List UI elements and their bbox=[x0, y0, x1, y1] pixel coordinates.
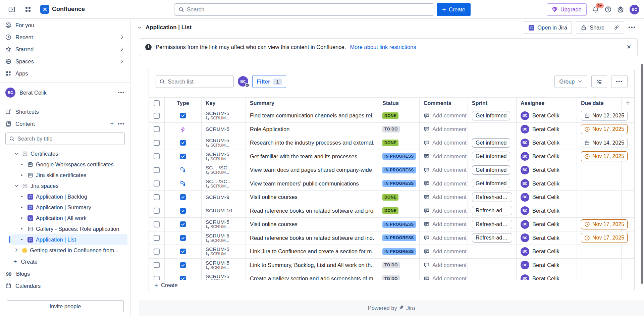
add-comment-button[interactable]: Add comment bbox=[424, 221, 467, 227]
tree-item-application-list[interactable]: •Application | List bbox=[11, 234, 127, 245]
assignee-cell[interactable]: BCBerat Celik bbox=[521, 111, 559, 120]
add-comment-button[interactable]: Add comment bbox=[424, 262, 467, 268]
assignee-cell[interactable]: BCBerat Celik bbox=[521, 152, 559, 161]
issue-summary[interactable]: Read reference books on related software… bbox=[250, 235, 374, 241]
tree-item-application-summary[interactable]: •Application | Summary bbox=[11, 202, 127, 213]
row-checkbox[interactable] bbox=[154, 249, 160, 255]
help-icon[interactable] bbox=[605, 6, 611, 13]
table-row[interactable]: SCRUM-5SCRUM...Find team communication c… bbox=[149, 109, 634, 123]
sidebar-item-shortcuts[interactable]: Shortcuts bbox=[0, 106, 130, 118]
issue-key[interactable]: SCRUM-5 bbox=[206, 247, 229, 252]
assignee-cell[interactable]: BCBerat Celik bbox=[521, 261, 559, 269]
chevron-down-icon[interactable] bbox=[13, 183, 19, 189]
row-checkbox[interactable] bbox=[154, 221, 160, 227]
row-checkbox[interactable] bbox=[154, 276, 160, 280]
column-header-status[interactable]: Status bbox=[378, 98, 420, 109]
issue-summary[interactable]: Link to Summary, Backlog, List and All w… bbox=[250, 262, 374, 268]
sprint-chip[interactable]: Refresh-add ... bbox=[472, 193, 512, 202]
sidebar-item-spaces[interactable]: Spaces bbox=[0, 55, 130, 67]
column-header-summary[interactable]: Summary bbox=[246, 98, 378, 109]
assignee-cell[interactable]: BCBerat Celik bbox=[521, 274, 559, 280]
global-search-input[interactable]: Search bbox=[174, 3, 434, 16]
collapse-sidebar-icon[interactable] bbox=[6, 4, 17, 15]
profile-more-icon[interactable]: ••• bbox=[118, 90, 125, 95]
add-comment-button[interactable]: Add comment bbox=[424, 153, 467, 160]
issue-summary[interactable]: Read reference books on related software… bbox=[250, 208, 374, 214]
issue-key[interactable]: SC... /SC... bbox=[206, 165, 232, 170]
status-lozenge[interactable]: IN PROGRESS bbox=[382, 234, 416, 241]
status-lozenge[interactable]: DONE bbox=[382, 194, 398, 201]
chevron-right-icon[interactable] bbox=[13, 248, 19, 253]
sprint-chip[interactable]: Get informed bbox=[472, 138, 510, 148]
assignee-cell[interactable]: BCBerat Celik bbox=[521, 125, 559, 134]
tree-item-google-workspaces-certificates[interactable]: •Google Workspaces certificates bbox=[11, 159, 127, 170]
issue-key[interactable]: SCRUM-5 bbox=[206, 138, 229, 143]
sprint-chip[interactable]: Get informed bbox=[472, 111, 510, 120]
table-row[interactable]: SCRUM-5SCRUM...Visit online coursesIN PR… bbox=[149, 218, 634, 231]
issue-key[interactable]: SC... /SC... bbox=[206, 179, 232, 184]
page-collapse-chevron-icon[interactable] bbox=[137, 25, 142, 30]
status-lozenge[interactable]: DONE bbox=[382, 112, 398, 119]
issue-key[interactable]: SCRUM-10 bbox=[206, 208, 232, 213]
tree-item-jira-skills-certificates[interactable]: •Jira skills certificates bbox=[11, 170, 127, 180]
due-date-pill[interactable]: Nov 17, 2025 bbox=[581, 233, 628, 243]
banner-close-icon[interactable]: ✕ bbox=[627, 44, 631, 51]
issue-key[interactable]: SCRUM-5 bbox=[206, 274, 229, 279]
add-comment-button[interactable]: Add comment bbox=[424, 248, 467, 255]
table-row[interactable]: SCRUM-5SCRUM...Read reference books on r… bbox=[149, 231, 634, 245]
add-comment-button[interactable]: Add comment bbox=[424, 112, 467, 119]
upgrade-button[interactable]: Upgrade bbox=[547, 3, 587, 16]
tree-item-application-backlog[interactable]: •Application | Backlog bbox=[11, 191, 127, 202]
open-in-jira-button[interactable]: Open in Jira bbox=[524, 21, 572, 34]
sidebar-item-blogs[interactable]: 99Blogs bbox=[0, 268, 130, 280]
row-checkbox[interactable] bbox=[154, 180, 160, 187]
row-checkbox[interactable] bbox=[154, 208, 160, 214]
issue-summary[interactable]: Get familiar with the team and its proce… bbox=[250, 153, 357, 160]
display-settings-button[interactable] bbox=[591, 75, 607, 88]
add-content-icon[interactable]: + bbox=[110, 120, 114, 127]
search-by-title-input[interactable]: Search by title bbox=[5, 133, 125, 145]
add-comment-button[interactable]: Add comment bbox=[424, 180, 467, 187]
status-lozenge[interactable]: TO DO bbox=[382, 275, 400, 280]
issue-key[interactable]: SCRUM-5 bbox=[206, 126, 229, 132]
issue-summary[interactable]: Visit online courses bbox=[250, 194, 298, 200]
column-header-sprint[interactable]: Sprint bbox=[468, 98, 517, 109]
issue-summary[interactable]: Role Application bbox=[250, 126, 289, 133]
settings-gear-icon[interactable] bbox=[617, 6, 624, 13]
column-header-due-date[interactable]: Due date bbox=[577, 98, 622, 109]
due-date-pill[interactable]: Nov 12, 2025 bbox=[581, 111, 628, 121]
tree-item-getting-started-in-confluence-from[interactable]: Getting started in Confluence from... bbox=[11, 245, 127, 256]
table-row[interactable]: SCRUM-9Visit online coursesDONEAdd comme… bbox=[149, 191, 634, 204]
page-more-icon[interactable]: ••• bbox=[628, 24, 636, 31]
table-row[interactable]: SCRUM-5SCRUM...Link to Summary, Backlog,… bbox=[149, 259, 634, 272]
page-scrollbar[interactable] bbox=[641, 64, 643, 284]
sidebar-item-starred[interactable]: Starred bbox=[0, 43, 130, 55]
tree-item-application-all-work[interactable]: •Application | All work bbox=[11, 213, 127, 223]
add-comment-button[interactable]: Add comment bbox=[424, 167, 467, 173]
add-column-button[interactable]: + bbox=[622, 98, 634, 109]
assignee-cell[interactable]: BCBerat Celik bbox=[521, 206, 559, 215]
table-row[interactable]: SC... /SC...SCRUM...View team members' p… bbox=[149, 177, 634, 191]
add-comment-button[interactable]: Add comment bbox=[424, 208, 467, 214]
notifications-bell-icon[interactable]: 9+ bbox=[592, 6, 599, 13]
assignee-filter-avatar[interactable]: BC – bbox=[238, 76, 248, 87]
status-lozenge[interactable]: DONE bbox=[382, 207, 398, 214]
tree-item-gallery-spaces-role-application[interactable]: •Gallery - Spaces: Role application bbox=[11, 223, 127, 234]
issue-key[interactable]: SCRUM-5 bbox=[206, 152, 229, 157]
sidebar-item-recent[interactable]: Recent bbox=[0, 31, 130, 43]
sprint-chip[interactable]: Refresh-add ... bbox=[472, 233, 512, 243]
tree-item-certificates[interactable]: Certificates bbox=[11, 148, 127, 159]
tree-create-button[interactable]: + Create bbox=[0, 256, 130, 268]
status-lozenge[interactable]: IN PROGRESS bbox=[382, 167, 416, 173]
user-avatar[interactable]: BC bbox=[630, 5, 639, 14]
sidebar-item-content[interactable]: Content + ••• bbox=[0, 118, 130, 130]
assignee-cell[interactable]: BCBerat Celik bbox=[521, 220, 559, 229]
issue-key[interactable]: SCRUM-5 bbox=[206, 111, 229, 116]
table-row[interactable]: SCRUM-5SCRUM...Link Jira to Confluence a… bbox=[149, 245, 634, 259]
table-row[interactable]: SC... /SC...SCRUM...View team docs and p… bbox=[149, 163, 634, 177]
group-button[interactable]: Group bbox=[554, 75, 587, 88]
row-checkbox[interactable] bbox=[154, 140, 160, 146]
table-row[interactable]: SCRUM-5SCRUM...Research into the industr… bbox=[149, 136, 634, 150]
due-date-pill[interactable]: Nov 14, 2025 bbox=[581, 138, 628, 148]
table-row[interactable]: SCRUM-10Read reference books on related … bbox=[149, 204, 634, 218]
